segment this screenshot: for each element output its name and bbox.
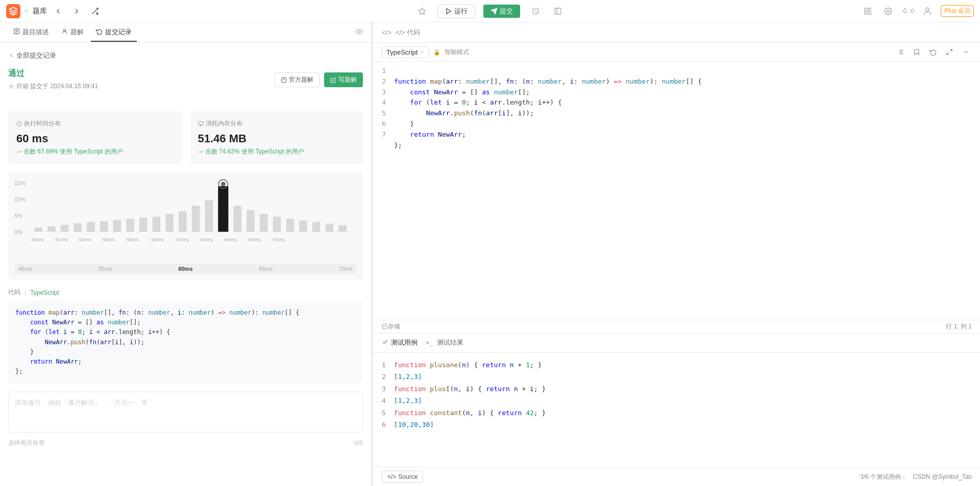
svg-rect-39 — [87, 222, 95, 232]
nav-center: 运行 提交 — [415, 4, 565, 18]
svg-rect-10 — [865, 12, 867, 14]
test-line-2: 2[1,2,3] — [382, 371, 972, 382]
official-solution-btn[interactable]: 官方题解 — [274, 72, 320, 87]
code-icon: </> — [387, 473, 396, 480]
comment-placeholder: 添加备注，例如「暴力解法」、「方法一」等 — [15, 399, 148, 406]
svg-rect-8 — [865, 8, 867, 11]
svg-line-79 — [947, 53, 949, 55]
test-line-1: 1function plusone(n) { return n + 1; } — [382, 359, 972, 371]
svg-text:46ms: 46ms — [32, 237, 44, 242]
test-line-4: 4[1,2,3] — [382, 395, 972, 406]
svg-rect-24 — [198, 121, 203, 124]
expand-icon[interactable] — [943, 46, 955, 58]
breadcrumb-label[interactable]: 题库 — [33, 7, 47, 16]
submit-button[interactable]: 提交 — [483, 5, 520, 18]
left-tab-bar: 题目描述 题解 提交记录 — [0, 22, 371, 43]
row-col-label: 行 1, 列 1 — [946, 322, 972, 331]
svg-text:51ms: 51ms — [56, 237, 68, 242]
svg-rect-57 — [299, 220, 307, 232]
action-buttons: 官方题解 写题解 — [274, 72, 363, 87]
avatar-btn[interactable] — [920, 4, 935, 18]
execution-sub: 击败 67.69% 使用 TypeScript 的用户 — [16, 147, 174, 156]
tags-placeholder[interactable]: 选择相关标签 — [8, 439, 45, 447]
code-label: 代码 — [8, 288, 20, 297]
execution-card: 执行时间分布 60 ms 击败 67.69% 使用 TypeScript 的用户 — [8, 111, 182, 164]
tag-count: 0/5 — [354, 440, 363, 447]
comment-box[interactable]: 添加备注，例如「暴力解法」、「方法一」等 — [8, 392, 363, 432]
timeline-bar: 46ms 55ms 60ms 65ms 70ms — [14, 264, 357, 274]
alarm-btn[interactable] — [528, 4, 543, 18]
svg-rect-36 — [47, 226, 56, 232]
svg-rect-37 — [61, 225, 69, 232]
svg-rect-60 — [338, 225, 347, 232]
tab-submissions-label: 提交记录 — [105, 28, 132, 37]
run-label: 运行 — [454, 7, 468, 16]
svg-text:54ms: 54ms — [79, 237, 91, 242]
svg-text:58ms: 58ms — [126, 237, 139, 242]
test-line-3: 3function plusI(n, i) { return n + i; } — [382, 383, 972, 395]
bottom-panel: 测试用例 >_ 测试结果 1function plusone(n) { retu… — [374, 333, 980, 486]
saved-status: 已存储 行 1, 列 1 — [374, 320, 980, 333]
shuffle-btn[interactable] — [88, 4, 102, 18]
tab-testcase[interactable]: 测试用例 — [382, 334, 418, 352]
svg-rect-21 — [282, 78, 286, 82]
svg-rect-56 — [286, 219, 294, 232]
prev-problem-btn[interactable] — [51, 4, 65, 18]
undo-icon[interactable] — [927, 46, 939, 58]
grid-btn[interactable] — [861, 4, 875, 18]
run-button[interactable]: 运行 — [437, 4, 475, 18]
svg-rect-53 — [247, 210, 255, 232]
stats-row: 执行时间分布 60 ms 击败 67.69% 使用 TypeScript 的用户… — [8, 111, 363, 164]
write-solution-btn[interactable]: 写题解 — [324, 72, 363, 87]
results-tab-label: 测试结果 — [437, 338, 463, 347]
memory-card: 消耗内存分布 51.46 MB 击败 74.62% 使用 TypeScript … — [190, 111, 363, 164]
memory-sub: 击败 74.62% 使用 TypeScript 的用户 — [198, 147, 355, 156]
source-button[interactable]: </> Source — [382, 471, 423, 483]
code-block: function map(arr: number[], fn: (n: numb… — [8, 301, 363, 383]
svg-point-13 — [926, 8, 929, 11]
tab-submissions[interactable]: 提交记录 — [91, 23, 137, 42]
logo[interactable] — [6, 4, 20, 18]
lang-selector[interactable]: TypeScript — [382, 46, 429, 58]
lock-icon: 🔒 — [433, 49, 440, 56]
description-icon — [13, 28, 20, 36]
editor-header: </> </> 代码 — [374, 22, 980, 43]
svg-rect-47 — [192, 206, 200, 232]
tab-solution-label: 题解 — [70, 28, 84, 37]
tab-description-label: 题目描述 — [22, 28, 49, 37]
execution-value: 60 ms — [16, 132, 174, 145]
back-link[interactable]: 全部提交记录 — [8, 51, 363, 60]
plus-badge[interactable]: Plus 会员 — [941, 5, 974, 17]
code-brackets-icon: </> — [382, 29, 391, 36]
svg-rect-58 — [312, 222, 321, 232]
svg-point-18 — [63, 29, 65, 31]
svg-rect-35 — [34, 227, 42, 232]
execution-title: 执行时间分布 — [16, 119, 174, 128]
list-icon[interactable] — [894, 46, 906, 58]
settings-btn[interactable] — [881, 4, 895, 18]
svg-text:10%: 10% — [14, 196, 26, 202]
svg-rect-41 — [113, 220, 121, 232]
eye-toggle[interactable] — [356, 28, 363, 37]
svg-rect-43 — [139, 218, 148, 232]
code-editor[interactable]: 1234567 function map(arr: number[], fn: … — [374, 62, 980, 320]
tab-test-results[interactable]: >_ 测试结果 — [426, 334, 463, 352]
next-problem-btn[interactable] — [69, 4, 84, 18]
back-label: 全部提交记录 — [16, 51, 56, 60]
svg-text:0%: 0% — [14, 229, 22, 235]
tab-description[interactable]: 题目描述 — [8, 23, 54, 42]
test-line-6: 6[10,20,30] — [382, 419, 972, 430]
note-btn[interactable] — [551, 4, 565, 18]
tab-solution[interactable]: 题解 — [56, 23, 89, 42]
tags-row: 选择相关标签 0/5 — [8, 439, 363, 447]
memory-value: 51.46 MB — [198, 132, 355, 145]
svg-rect-59 — [325, 224, 333, 232]
bookmark-icon[interactable] — [911, 46, 923, 58]
star-btn[interactable] — [415, 4, 429, 18]
svg-rect-11 — [868, 12, 871, 14]
svg-rect-49 — [218, 186, 228, 232]
bottom-footer: </> Source 3/6 个测试用例： CSDN @Symbol_Tao — [374, 467, 980, 486]
svg-point-12 — [887, 10, 889, 12]
collapse-icon[interactable] — [960, 46, 972, 58]
line-numbers: 1234567 — [374, 66, 394, 316]
